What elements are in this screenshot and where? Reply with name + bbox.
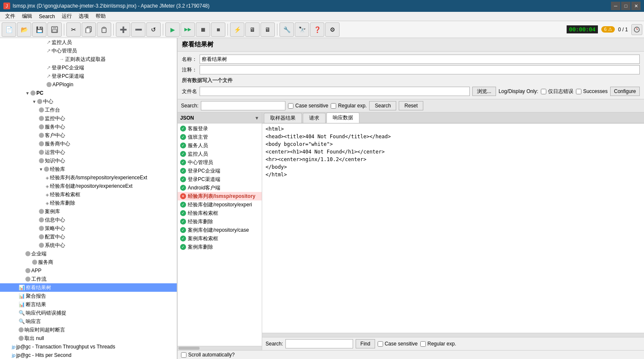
cut-button[interactable]: ✂ xyxy=(66,22,81,37)
minimize-button[interactable]: ─ xyxy=(611,2,620,10)
tree-item-企业端[interactable]: 企业端 xyxy=(0,249,177,258)
tree-item-客户中心[interactable]: 客户中心 xyxy=(0,131,177,140)
stop-all-button[interactable]: ⏹ xyxy=(211,22,225,37)
tree-item-APPlogin[interactable]: APPlogin xyxy=(0,80,177,89)
tree-item-中心[interactable]: ▼ 中心 xyxy=(0,97,177,106)
tree-item-经验库检索框[interactable]: ◈ 经验库检索框 xyxy=(0,190,177,199)
comment-input[interactable] xyxy=(200,65,640,74)
menu-edit[interactable]: 编辑 xyxy=(19,12,36,21)
json-item-经验库检索框[interactable]: ✓ 经验库检索框 xyxy=(178,209,262,217)
case-sensitive-checkbox[interactable] xyxy=(288,103,293,109)
paste-button[interactable] xyxy=(97,22,111,37)
tree-item-经验库[interactable]: ▼ 经验库 xyxy=(0,165,177,173)
tree-item-工作台[interactable]: 工作台 xyxy=(0,106,177,114)
close-button[interactable]: ✕ xyxy=(631,2,641,10)
save-as-button[interactable] xyxy=(47,22,62,37)
open-button[interactable]: 📂 xyxy=(17,22,31,37)
result-hscroll[interactable] xyxy=(262,333,644,337)
stop-button[interactable]: ⏹ xyxy=(196,22,210,37)
json-item-登录PC渠道端[interactable]: ✓ 登录PC渠道端 xyxy=(178,175,262,184)
tree-item-察看结果树[interactable]: 📊 察看结果树 xyxy=(0,283,177,292)
tree-item-聚合报告[interactable]: 📊 聚合报告 xyxy=(0,292,177,300)
menu-file[interactable]: 文件 xyxy=(2,12,19,21)
run-button[interactable]: ▶ xyxy=(165,22,180,37)
tree-item-取出null[interactable]: 取出 null xyxy=(0,334,177,343)
json-item-经验库列表[interactable]: ✕ 经验库列表/lsmsp/repository xyxy=(178,192,262,200)
tree-item-正则表达式提取器[interactable]: → 正则表达式提取器 xyxy=(0,55,177,63)
tree-item-策略中心[interactable]: 策略中心 xyxy=(0,224,177,233)
bottom-regexp-checkbox[interactable] xyxy=(420,341,426,347)
tree-item-APP[interactable]: APP xyxy=(0,266,177,275)
tree-item-服务中心[interactable]: 服务中心 xyxy=(0,123,177,131)
tree-item-运营中心[interactable]: 运营中心 xyxy=(0,148,177,156)
tree-item-登录PC企业端[interactable]: ↗ 登录PC企业端 xyxy=(0,63,177,72)
case-sensitive-label[interactable]: Case sensitive xyxy=(288,103,328,109)
json-item-案例库检索框[interactable]: ✓ 案例库检索框 xyxy=(178,234,262,243)
reset-button[interactable]: ↺ xyxy=(146,22,161,37)
tab-response[interactable]: 响应数据 xyxy=(326,112,359,123)
json-item-Android客户端[interactable]: ✓ Android客户端 xyxy=(178,184,262,192)
json-item-客服登录[interactable]: ✓ 客服登录 xyxy=(178,124,262,133)
tree-item-PC[interactable]: ▼ PC xyxy=(0,89,177,97)
tree-item-服务商中心[interactable]: 服务商中心 xyxy=(0,140,177,148)
json-item-案例库删除[interactable]: ✓ 案例库删除 xyxy=(178,243,262,251)
successes-checkbox[interactable] xyxy=(576,89,581,94)
bottom-search-input[interactable] xyxy=(285,339,353,348)
menu-options[interactable]: 选项 xyxy=(75,12,92,21)
tree-item-工作流[interactable]: 工作流 xyxy=(0,275,177,283)
json-item-监控人员[interactable]: ✓ 监控人员 xyxy=(178,150,262,158)
browse-button[interactable]: 浏览... xyxy=(472,87,496,96)
add-button[interactable]: ➕ xyxy=(116,22,130,37)
find-button[interactable]: Find xyxy=(356,339,375,348)
remote-button[interactable]: 🖥 xyxy=(245,22,260,37)
tree-item-断言结果[interactable]: 📊 断言结果 xyxy=(0,300,177,309)
regexp-label[interactable]: Regular exp. xyxy=(331,103,367,109)
tree-item-经验库删除[interactable]: ◈ 经验库删除 xyxy=(0,199,177,207)
tree-item-经验库创建[interactable]: ◈ 经验库创建/repository/experienceExt xyxy=(0,182,177,190)
tree-item-经验库列表[interactable]: ◈ 经验库列表/lsmsp/repository/experienceExt xyxy=(0,173,177,182)
search-input[interactable] xyxy=(201,101,285,110)
sidebar-tree[interactable]: ↗ 监控人员 ↗ 中心管理员 → 正则表达式提取器 ↗ 登录PC企业端 ↗ 登录… xyxy=(0,38,177,359)
tree-item-配置中心[interactable]: 配置中心 xyxy=(0,233,177,241)
tree-item-监控人员[interactable]: ↗ 监控人员 xyxy=(0,38,177,47)
search-button[interactable]: Search xyxy=(369,101,396,110)
menu-search[interactable]: Search xyxy=(36,13,58,20)
json-item-值班主管[interactable]: ✓ 值班主管 xyxy=(178,133,262,141)
tree-item-响应时间超时断言[interactable]: 响应时间超时断言 xyxy=(0,326,177,334)
errors-checkbox-label[interactable]: 仅日志错误 xyxy=(541,88,573,95)
tab-sampler[interactable]: 取样器结果 xyxy=(264,113,302,123)
tree-item-throughput[interactable]: jp jp@gc - Transaction Throughput vs Thr… xyxy=(0,343,177,351)
tree-item-系统中心[interactable]: 系统中心 xyxy=(0,241,177,249)
json-item-登录PC企业端[interactable]: ✓ 登录PC企业端 xyxy=(178,167,262,175)
menu-run[interactable]: 运行 xyxy=(58,12,75,21)
json-item-案例库创建[interactable]: ✓ 案例库创建/repository/case xyxy=(178,226,262,234)
configure-button[interactable]: Configure xyxy=(610,87,640,96)
copy-button[interactable] xyxy=(82,22,96,37)
json-hscroll[interactable] xyxy=(178,346,262,350)
name-input[interactable] xyxy=(200,55,640,64)
tree-item-监控中心[interactable]: 监控中心 xyxy=(0,114,177,123)
scroll-auto-checkbox[interactable] xyxy=(181,352,186,358)
tree-item-案例库[interactable]: 案例库 xyxy=(0,207,177,216)
binoculars-button[interactable]: 🔭 xyxy=(295,22,309,37)
remote2-button[interactable]: 🖥 xyxy=(260,22,275,37)
tree-item-服务商[interactable]: 服务商 xyxy=(0,258,177,266)
scroll-auto-label[interactable]: Scroll automatically? xyxy=(181,352,235,358)
tree-item-响应言[interactable]: 🔍 响应言 xyxy=(0,317,177,326)
json-dropdown-icon[interactable]: ▼ xyxy=(255,115,259,121)
json-item-中心管理员[interactable]: ✓ 中心管理员 xyxy=(178,158,262,167)
errors-checkbox[interactable] xyxy=(541,89,546,94)
bottom-case-sensitive-checkbox[interactable] xyxy=(378,341,383,347)
save-button[interactable]: 💾 xyxy=(32,22,47,37)
tree-item-中心管理员[interactable]: ↗ 中心管理员 xyxy=(0,47,177,55)
json-item-服务人员[interactable]: ✓ 服务人员 xyxy=(178,141,262,150)
tab-request[interactable]: 请求 xyxy=(303,113,326,123)
tree-item-登录PC渠道端[interactable]: ↗ 登录PC渠道端 xyxy=(0,72,177,80)
tree-item-信息中心[interactable]: 信息中心 xyxy=(0,216,177,224)
maximize-button[interactable]: □ xyxy=(621,2,630,10)
tools-button[interactable]: 🔧 xyxy=(280,22,294,37)
reset-button[interactable]: Reset xyxy=(399,101,423,110)
remove-button[interactable]: ➖ xyxy=(131,22,145,37)
menu-help[interactable]: 帮助 xyxy=(92,12,109,21)
json-item-经验库删除[interactable]: ✓ 经验库删除 xyxy=(178,217,262,226)
